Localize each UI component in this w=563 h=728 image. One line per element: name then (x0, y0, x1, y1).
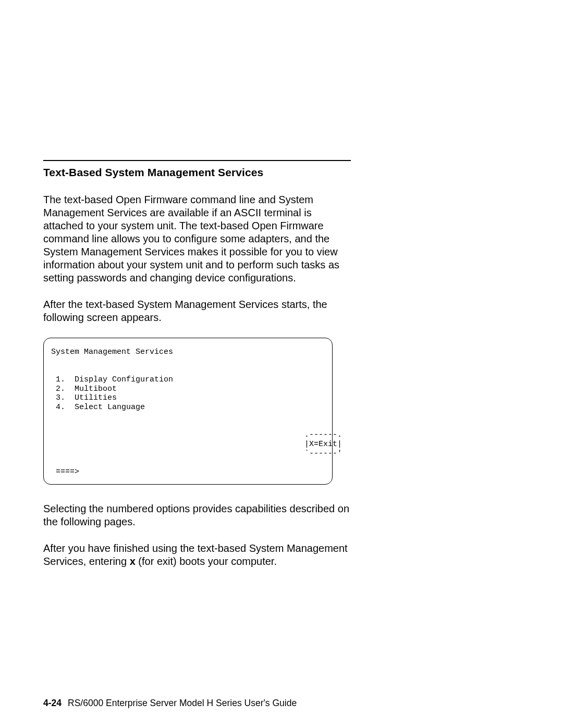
terminal-option-1: 1. Display Configuration (56, 375, 173, 384)
terminal-option-2: 2. Multiboot (56, 385, 117, 393)
section-rule (43, 160, 351, 161)
section-heading: Text-Based System Management Services (43, 166, 351, 179)
lead-in-paragraph: After the text-based System Management S… (43, 298, 351, 324)
page: Text-Based System Management Services Th… (0, 0, 563, 728)
para4-post: (for exit) boots your computer. (136, 556, 277, 567)
content-column: Text-Based System Management Services Th… (43, 160, 351, 582)
page-number: 4-24 (43, 698, 62, 708)
terminal-exit-top: .------. (51, 430, 342, 439)
intro-paragraph: The text-based Open Firmware command lin… (43, 193, 351, 285)
post-terminal-paragraph-1: Selecting the numbered options provides … (43, 502, 351, 528)
terminal-option-3: 3. Utilities (56, 393, 117, 402)
terminal-exit-bot: `------' (51, 449, 342, 458)
para4-bold-x: x (130, 556, 136, 567)
book-title: RS/6000 Enterprise Server Model H Series… (68, 698, 297, 708)
page-footer: 4-24RS/6000 Enterprise Server Model H Se… (43, 698, 297, 709)
terminal-screen: System Management Services 1. Display Co… (43, 338, 333, 485)
terminal-prompt: ====> (51, 467, 79, 476)
post-terminal-paragraph-2: After you have finished using the text-b… (43, 542, 351, 568)
terminal-option-4: 4. Select Language (56, 403, 145, 412)
terminal-title: System Management Services (51, 348, 173, 356)
terminal-exit-mid: |X=Exit| (51, 440, 342, 449)
terminal-text: System Management Services 1. Display Co… (51, 348, 325, 477)
